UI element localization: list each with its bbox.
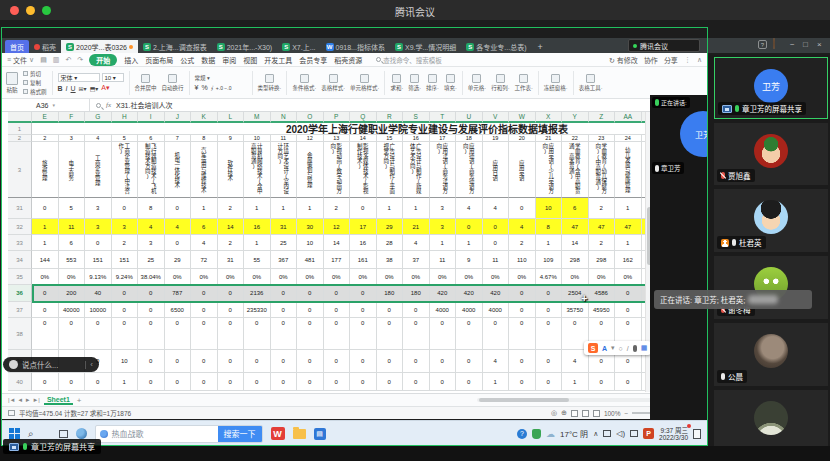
- column-header[interactable]: O: [297, 112, 324, 123]
- data-cell[interactable]: 1: [32, 235, 59, 251]
- menu-tab-8[interactable]: 会员专享: [299, 55, 327, 65]
- row-number[interactable]: 34: [8, 251, 32, 269]
- participant-tile-1[interactable]: 贾旭鑫: [714, 123, 828, 185]
- merge-center-button[interactable]: 合并居中: [135, 74, 157, 92]
- data-cell[interactable]: 0: [509, 302, 536, 318]
- data-cell[interactable]: 0: [403, 318, 430, 350]
- data-cell[interactable]: 0: [32, 373, 59, 391]
- ribbon-button-1[interactable]: 条件格式·: [292, 74, 316, 92]
- data-cell[interactable]: 25: [271, 235, 298, 251]
- data-cell[interactable]: 4: [456, 198, 483, 219]
- data-cell[interactable]: 31: [271, 219, 298, 235]
- clipboard-item[interactable]: 格式刷: [23, 88, 47, 96]
- data-cell[interactable]: 0: [191, 350, 218, 373]
- data-cell[interactable]: 5: [59, 198, 86, 219]
- row-number[interactable]: 33: [8, 235, 32, 251]
- currency-icon[interactable]: ¥: [195, 84, 199, 91]
- collapse-ribbon-icon[interactable]: ∧: [697, 56, 702, 64]
- web-search-box[interactable]: 热血战歌 搜索一下: [95, 425, 263, 443]
- col-number-cell[interactable]: 3: [59, 135, 86, 142]
- data-cell[interactable]: 0: [350, 318, 377, 350]
- col-number-cell[interactable]: 13: [324, 135, 351, 142]
- data-cell[interactable]: 420: [430, 285, 457, 302]
- data-cell[interactable]: 1: [244, 235, 271, 251]
- data-cell[interactable]: 0: [324, 285, 351, 302]
- data-cell[interactable]: 0: [430, 350, 457, 373]
- specialty-header-cell[interactable]: 汽车运用与维修技术: [191, 142, 218, 198]
- data-cell[interactable]: 0: [112, 318, 139, 350]
- menu-tab-5[interactable]: 审阅: [222, 55, 236, 65]
- specialty-header-cell[interactable]: 飞行器制造技术(飞机制造技术方向): [138, 142, 165, 198]
- sheet-tab[interactable]: Sheet1: [44, 396, 73, 405]
- data-cell[interactable]: 55: [244, 251, 271, 269]
- taskbar-clock[interactable]: 9:37 周三2022/3/30: [659, 427, 688, 441]
- wps-document-tab[interactable]: 首页: [5, 40, 29, 53]
- data-cell[interactable]: 0: [589, 373, 616, 391]
- row-number[interactable]: 32: [8, 219, 32, 235]
- select-all-corner[interactable]: [8, 112, 32, 123]
- column-header[interactable]: X: [536, 112, 563, 123]
- data-cell[interactable]: 2: [589, 198, 616, 219]
- data-cell[interactable]: 0: [350, 350, 377, 373]
- data-cell[interactable]: 367: [271, 251, 298, 269]
- data-cell[interactable]: 11: [430, 251, 457, 269]
- decimal-icons[interactable]: +.0 −.0: [216, 85, 232, 91]
- tray-network-icon[interactable]: [630, 430, 638, 437]
- search-hotword[interactable]: 热血战歌: [112, 428, 218, 439]
- data-cell[interactable]: 14: [562, 235, 589, 251]
- wps-maximize-icon[interactable]: □: [803, 40, 808, 49]
- powerpoint-tray-icon[interactable]: P: [643, 428, 654, 439]
- data-cell[interactable]: 0: [138, 350, 165, 373]
- menu-tab-3[interactable]: 公式: [180, 55, 194, 65]
- data-cell[interactable]: 420: [456, 285, 483, 302]
- menu-tab-1[interactable]: 插入: [124, 55, 138, 65]
- col-number-cell[interactable]: 8: [191, 135, 218, 142]
- data-cell[interactable]: 2: [589, 235, 616, 251]
- file-explorer-icon[interactable]: [293, 429, 306, 439]
- specialty-header-cell[interactable]: 应用英语(少儿英语方向): [536, 142, 563, 198]
- data-cell[interactable]: 17: [350, 219, 377, 235]
- data-cell[interactable]: 0: [509, 318, 536, 350]
- specialty-header-cell[interactable]: 计算机网络技术(含中高职贯通): [244, 142, 271, 198]
- data-cell[interactable]: 0: [218, 285, 245, 302]
- data-cell[interactable]: 298: [589, 251, 616, 269]
- wps-document-tab[interactable]: S2021年...-X30): [212, 40, 278, 53]
- col-number-cell[interactable]: 11: [271, 135, 298, 142]
- hscroll-thumb[interactable]: [479, 398, 569, 402]
- data-cell[interactable]: 0: [430, 318, 457, 350]
- data-cell[interactable]: 0%: [191, 269, 218, 285]
- collapse-chat-icon[interactable]: ‹: [90, 360, 93, 369]
- row-number[interactable]: 2: [8, 135, 32, 142]
- app-icon[interactable]: ▤: [314, 428, 326, 440]
- data-cell[interactable]: 3: [85, 198, 112, 219]
- ribbon-button-11[interactable]: 冻结窗格·: [544, 74, 568, 92]
- page-break-icon[interactable]: [593, 410, 600, 417]
- center-view-icon[interactable]: ⊕: [561, 409, 567, 417]
- data-cell[interactable]: 151: [112, 251, 139, 269]
- data-cell[interactable]: 4: [483, 350, 510, 373]
- menu-right-2[interactable]: 分享: [664, 55, 678, 65]
- data-cell[interactable]: 0: [536, 302, 563, 318]
- data-cell[interactable]: 10: [536, 198, 563, 219]
- row-number[interactable]: 1: [8, 123, 32, 135]
- paste-button[interactable]: 粘贴: [6, 72, 18, 94]
- data-cell[interactable]: 0: [536, 318, 563, 350]
- data-cell[interactable]: 109: [536, 251, 563, 269]
- data-cell[interactable]: 1: [403, 198, 430, 219]
- data-cell[interactable]: 161: [350, 251, 377, 269]
- specialty-header-cell[interactable]: 旅游管理: [32, 142, 59, 198]
- data-cell[interactable]: 21: [403, 219, 430, 235]
- volume-icon[interactable]: ◁): [616, 429, 625, 438]
- data-cell[interactable]: 10: [297, 235, 324, 251]
- data-cell[interactable]: 0%: [350, 269, 377, 285]
- data-cell[interactable]: 0: [324, 318, 351, 350]
- data-cell[interactable]: 0: [218, 350, 245, 373]
- dictate-icon[interactable]: [633, 345, 637, 352]
- data-cell[interactable]: 38.04%: [138, 269, 165, 285]
- data-cell[interactable]: 787: [165, 285, 192, 302]
- data-cell[interactable]: 0: [191, 318, 218, 350]
- menu-tab-7[interactable]: 开发工具: [264, 55, 292, 65]
- ribbon-button-6[interactable]: 排序·: [426, 74, 439, 92]
- data-cell[interactable]: 0%: [59, 269, 86, 285]
- data-cell[interactable]: 0: [271, 350, 298, 373]
